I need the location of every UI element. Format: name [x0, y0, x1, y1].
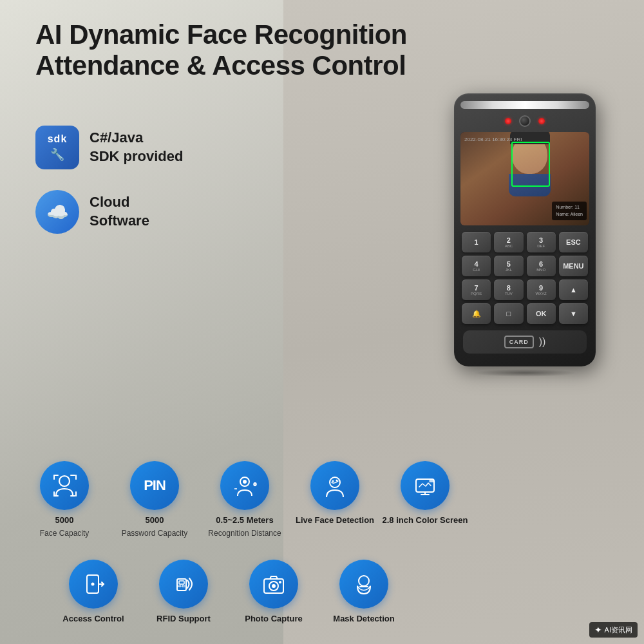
key-esc[interactable]: ESC	[559, 232, 588, 252]
key-up[interactable]: ▲	[559, 279, 588, 300]
sdk-wrench-icon: 🔧	[50, 147, 64, 162]
sdk-label: C#/Java SDK provided	[90, 129, 183, 166]
svg-rect-3	[70, 475, 75, 476]
card-area: CARD ))	[463, 330, 587, 354]
pin-icon: PIN	[130, 461, 179, 510]
photo-capture-icon	[249, 560, 298, 609]
rfid-waves-icon: ))	[539, 336, 546, 348]
device-shadow	[473, 369, 576, 377]
feature-rfid: RFID RFID Support	[138, 560, 229, 625]
face-detection-rect	[511, 142, 550, 187]
live-face-icon	[310, 461, 359, 510]
svg-point-14	[336, 479, 338, 481]
distance-icon	[220, 461, 269, 510]
device-top-bar	[460, 101, 589, 109]
key-6[interactable]: 6 MNO	[527, 256, 556, 276]
feature-live-face: Live Face Detection	[290, 461, 380, 526]
cloud-badge: ☁️ Cloud Software	[35, 190, 149, 234]
svg-rect-4	[75, 475, 77, 480]
face-capacity-icon	[40, 461, 89, 510]
access-control-icon	[69, 560, 118, 609]
key-3[interactable]: 3 DEF	[527, 232, 556, 252]
cloud-label: Cloud Software	[90, 193, 149, 230]
screen-timestamp: 2022-08-21 16:30:23 FRI	[464, 136, 522, 143]
rfid-label: RFID Support	[156, 614, 211, 625]
key-7[interactable]: 7 PQRS	[462, 279, 491, 300]
device-wrapper: 2022-08-21 16:30:23 FRI Number: 11 Name:…	[441, 93, 609, 377]
svg-point-0	[59, 476, 70, 486]
sdk-text-label: sdk	[48, 133, 68, 145]
features-row-1: 5000 Face Capacity PIN 5000 Password Cap…	[19, 461, 535, 538]
feature-mask-detection: Mask Detection	[319, 560, 409, 625]
svg-point-25	[359, 576, 369, 586]
device-camera-row	[460, 115, 589, 127]
key-4[interactable]: 4 GHI	[462, 256, 491, 276]
distance-value: 0.5~2.5 Meters	[216, 515, 273, 526]
screen-person-info: Number: 11 Name: Aileen	[552, 202, 587, 220]
feature-photo-capture: Photo Capture	[229, 560, 319, 625]
feature-distance: 0.5~2.5 Meters Recognition Distance	[200, 461, 290, 538]
key-hash[interactable]: □	[494, 303, 523, 324]
svg-text:RFID: RFID	[178, 584, 185, 588]
device: 2022-08-21 16:30:23 FRI Number: 11 Name:…	[454, 93, 596, 366]
key-down[interactable]: ▼	[559, 303, 588, 324]
distance-label: Recognition Distance	[208, 529, 281, 538]
svg-point-23	[272, 584, 276, 588]
title-area: AI Dynamic Face Recognition Attendance &…	[35, 19, 454, 82]
pin-capacity-number: 5000	[146, 515, 164, 526]
key-2[interactable]: 2 ABC	[494, 232, 523, 252]
ir-led-left	[505, 118, 511, 124]
keypad: 1 2 ABC 3 DEF ESC 4 GHI	[460, 232, 589, 324]
key-menu[interactable]: MENU	[559, 256, 588, 276]
camera-lens	[519, 115, 531, 127]
face-capacity-number: 5000	[55, 515, 74, 526]
watermark-icon: ✦	[594, 625, 602, 635]
rfid-icon: RFID	[159, 560, 208, 609]
sdk-icon: sdk 🔧	[35, 126, 79, 169]
svg-point-17	[91, 583, 95, 586]
mask-detection-label: Mask Detection	[333, 614, 394, 625]
live-face-label: Live Face Detection	[296, 515, 374, 526]
feature-screen: 2.8 inch Color Screen	[380, 461, 470, 526]
screen-size-label: 2.8 inch Color Screen	[383, 515, 468, 526]
features-row-2: Access Control RFID RFID Support	[48, 560, 486, 625]
key-9[interactable]: 9 WXYZ	[527, 279, 556, 300]
watermark-text: AI资讯网	[605, 625, 632, 635]
key-5[interactable]: 5 JKL	[494, 256, 523, 276]
access-control-label: Access Control	[62, 614, 124, 625]
svg-rect-8	[75, 491, 77, 497]
svg-point-10	[243, 480, 247, 484]
svg-rect-2	[53, 475, 55, 480]
mask-detection-icon	[339, 560, 388, 609]
svg-point-24	[279, 581, 281, 583]
screen-size-icon	[401, 461, 450, 510]
key-8[interactable]: 8 TUV	[494, 279, 523, 300]
cloud-icon: ☁️	[35, 190, 79, 234]
svg-rect-6	[53, 491, 55, 497]
page-title: AI Dynamic Face Recognition Attendance &…	[35, 19, 454, 82]
content: AI Dynamic Face Recognition Attendance &…	[0, 0, 644, 644]
ir-led-right	[538, 118, 545, 124]
feature-face-capacity: 5000 Face Capacity	[19, 461, 109, 538]
svg-rect-7	[70, 495, 75, 497]
device-screen: 2022-08-21 16:30:23 FRI Number: 11 Name:…	[460, 132, 589, 225]
key-bell[interactable]: 🔔	[462, 303, 491, 324]
face-capacity-label: Face Capacity	[40, 529, 90, 538]
watermark: ✦ AI资讯网	[589, 622, 638, 638]
photo-capture-label: Photo Capture	[245, 614, 303, 625]
svg-point-13	[332, 480, 334, 482]
key-ok[interactable]: OK	[527, 303, 556, 324]
feature-pin: PIN 5000 Password Capacity	[109, 461, 200, 538]
feature-access-control: Access Control	[48, 560, 138, 625]
card-label: CARD	[504, 336, 534, 348]
sdk-badge: sdk 🔧 C#/Java SDK provided	[35, 126, 183, 169]
pin-capacity-label: Password Capacity	[122, 529, 188, 538]
key-1[interactable]: 1	[462, 232, 491, 252]
